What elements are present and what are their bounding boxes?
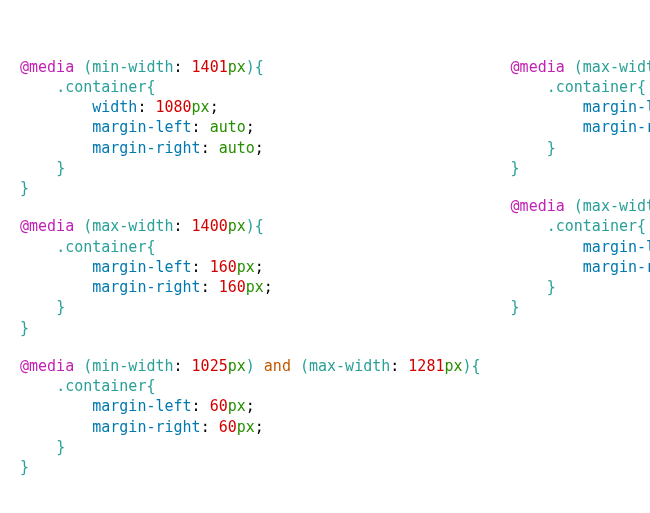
css-property: margin-right [92,418,200,436]
brace: } [547,278,556,296]
at-rule: @media [511,197,565,215]
brace: } [20,179,29,197]
selector: .container [56,238,146,256]
css-value-keyword: auto [219,139,255,157]
brace: } [511,159,520,177]
brace: } [20,458,29,476]
code-column-right: @media (max-width: 1024px){ .container{ … [511,57,650,496]
css-unit: px [228,397,246,415]
brace: { [637,78,646,96]
media-value: 1400 [192,217,228,235]
css-property: width [92,98,137,116]
media-value: 1281 [408,357,444,375]
media-feature: max-width [583,58,650,76]
css-property: margin-left [92,258,191,276]
brace: { [255,58,264,76]
media-value: 1401 [192,58,228,76]
brace: } [56,298,65,316]
media-feature: max-width [309,357,390,375]
brace: } [56,159,65,177]
media-feature: min-width [92,357,173,375]
brace: } [547,139,556,157]
css-property: margin-left [583,238,650,256]
css-unit: px [246,278,264,296]
selector: .container [56,78,146,96]
brace: { [146,377,155,395]
media-unit: px [228,58,246,76]
media-feature: min-width [92,58,173,76]
selector: .container [56,377,146,395]
brace: { [255,217,264,235]
media-block: @media (min-width: 1025px) and (max-widt… [20,356,481,478]
brace: { [146,78,155,96]
css-property: margin-right [583,258,650,276]
css-value: 160 [219,278,246,296]
brace: { [637,217,646,235]
selector: .container [547,217,637,235]
css-value: 1080 [155,98,191,116]
at-rule: @media [20,357,74,375]
media-unit: px [228,357,246,375]
css-unit: px [192,98,210,116]
css-value: 160 [210,258,237,276]
css-value: 60 [219,418,237,436]
at-rule: @media [20,58,74,76]
brace: { [146,238,155,256]
at-rule: @media [20,217,74,235]
css-property: margin-right [92,278,200,296]
media-block: @media (min-width: 1401px){ .container{ … [20,57,481,199]
media-feature: max-width [92,217,173,235]
media-value: 1025 [192,357,228,375]
css-property: margin-right [92,139,200,157]
selector: .container [547,78,637,96]
and-keyword: and [264,357,291,375]
css-unit: px [237,418,255,436]
brace: { [472,357,481,375]
css-value-keyword: auto [210,118,246,136]
media-block: @media (max-width: 1400px){ .container{ … [20,216,481,338]
css-property: margin-left [92,397,191,415]
css-property: margin-left [583,98,650,116]
css-value: 60 [210,397,228,415]
code-snippet: @media (min-width: 1401px){ .container{ … [0,0,650,513]
media-block: @media (max-width: 500px){ .container{ m… [511,196,650,318]
code-column-left: @media (min-width: 1401px){ .container{ … [20,57,481,496]
css-property: margin-right [583,118,650,136]
brace: } [20,319,29,337]
media-block: @media (max-width: 1024px){ .container{ … [511,57,650,179]
media-unit: px [228,217,246,235]
media-feature: max-width [583,197,650,215]
css-property: margin-left [92,118,191,136]
brace: } [511,298,520,316]
code-columns: @media (min-width: 1401px){ .container{ … [20,57,630,496]
brace: } [56,438,65,456]
css-unit: px [237,258,255,276]
media-unit: px [444,357,462,375]
at-rule: @media [511,58,565,76]
